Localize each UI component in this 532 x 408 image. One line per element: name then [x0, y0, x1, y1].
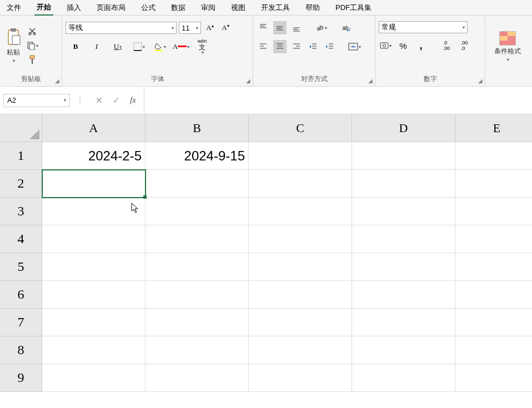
- font-size-select[interactable]: 11 ▾: [179, 22, 201, 34]
- cell-e6[interactable]: [455, 281, 532, 309]
- cell-d3[interactable]: [352, 198, 455, 225]
- align-center-button[interactable]: [273, 40, 287, 53]
- align-left-button[interactable]: [257, 40, 270, 53]
- cell-c9[interactable]: [249, 364, 352, 392]
- row-header-4[interactable]: 4: [0, 225, 42, 253]
- menu-data[interactable]: 数据: [169, 1, 188, 15]
- decrease-decimal-button[interactable]: .00.0: [458, 39, 471, 52]
- col-header-d[interactable]: D: [352, 114, 455, 142]
- menu-page-layout[interactable]: 页面布局: [94, 1, 128, 15]
- row-header-8[interactable]: 8: [0, 336, 42, 364]
- cell-b6[interactable]: [145, 281, 249, 309]
- cell-e1[interactable]: [455, 142, 532, 170]
- row-header-7[interactable]: 7: [0, 309, 42, 336]
- percent-format-button[interactable]: %: [397, 39, 410, 52]
- increase-indent-button[interactable]: [323, 40, 337, 53]
- copy-button[interactable]: ▾: [26, 39, 39, 52]
- col-header-c[interactable]: C: [249, 114, 352, 142]
- merge-button[interactable]: ▾: [348, 40, 361, 53]
- cell-b9[interactable]: [145, 364, 249, 392]
- decrease-font-button[interactable]: A▾: [219, 21, 232, 34]
- cell-d2[interactable]: [352, 170, 455, 198]
- formula-input[interactable]: [144, 87, 532, 114]
- cell-d7[interactable]: [352, 309, 455, 336]
- underline-button[interactable]: U▾: [111, 40, 124, 53]
- cell-e8[interactable]: [455, 336, 532, 364]
- cell-a7[interactable]: [42, 309, 145, 336]
- italic-button[interactable]: I: [90, 40, 103, 53]
- wrap-text-button[interactable]: ab: [339, 21, 352, 34]
- cell-c4[interactable]: [249, 225, 352, 253]
- cell-e5[interactable]: [455, 253, 532, 281]
- cell-e4[interactable]: [455, 225, 532, 253]
- cell-d5[interactable]: [352, 253, 455, 281]
- menu-insert[interactable]: 插入: [64, 1, 83, 15]
- row-header-6[interactable]: 6: [0, 281, 42, 309]
- dialog-launcher-icon[interactable]: ◢: [478, 78, 483, 84]
- formula-enter-button[interactable]: ✓: [113, 95, 120, 105]
- cell-b5[interactable]: [145, 253, 249, 281]
- cell-a4[interactable]: [42, 225, 145, 253]
- cell-c7[interactable]: [249, 309, 352, 336]
- decrease-indent-button[interactable]: [307, 40, 320, 53]
- align-top-button[interactable]: [257, 21, 270, 34]
- menu-home[interactable]: 开始: [34, 0, 53, 16]
- cell-e9[interactable]: [455, 364, 532, 392]
- cell-a1[interactable]: 2024-2-5: [42, 142, 145, 170]
- col-header-a[interactable]: A: [42, 114, 145, 142]
- number-format-select[interactable]: 常规 ▾: [379, 21, 468, 33]
- cell-c2[interactable]: [249, 170, 352, 198]
- cell-d6[interactable]: [352, 281, 455, 309]
- cut-button[interactable]: [26, 24, 39, 38]
- dialog-launcher-icon[interactable]: ◢: [246, 78, 250, 84]
- cell-b1[interactable]: 2024-9-15: [145, 142, 249, 170]
- menu-developer[interactable]: 开发工具: [259, 1, 292, 15]
- menu-view[interactable]: 视图: [229, 1, 248, 15]
- formula-cancel-button[interactable]: ✕: [96, 95, 103, 105]
- cell-a9[interactable]: [42, 364, 145, 392]
- cell-a8[interactable]: [42, 336, 145, 364]
- menu-formulas[interactable]: 公式: [139, 1, 158, 15]
- conditional-format-button[interactable]: 条件格式 ▾: [492, 29, 523, 64]
- increase-font-button[interactable]: A▴: [203, 21, 217, 34]
- cell-c3[interactable]: [249, 198, 352, 225]
- col-header-b[interactable]: B: [145, 114, 249, 142]
- insert-function-button[interactable]: fx: [130, 95, 136, 105]
- cell-b8[interactable]: [145, 336, 249, 364]
- row-header-5[interactable]: 5: [0, 253, 42, 281]
- menu-file[interactable]: 文件: [4, 1, 23, 15]
- format-painter-button[interactable]: [26, 53, 39, 67]
- row-header-3[interactable]: 3: [0, 198, 42, 225]
- menu-help[interactable]: 帮助: [303, 1, 322, 15]
- align-bottom-button[interactable]: [290, 21, 303, 34]
- phonetic-button[interactable]: wén文▾: [195, 40, 209, 53]
- select-all-corner[interactable]: [0, 114, 42, 142]
- row-header-9[interactable]: 9: [0, 364, 42, 392]
- row-header-2[interactable]: 2: [0, 170, 42, 198]
- cell-b3[interactable]: [145, 198, 249, 225]
- comma-format-button[interactable]: ,: [414, 39, 428, 52]
- cell-a5[interactable]: [42, 253, 145, 281]
- cell-a6[interactable]: [42, 281, 145, 309]
- orientation-button[interactable]: ab▾: [314, 21, 328, 34]
- cell-d1[interactable]: [352, 142, 455, 170]
- cell-b7[interactable]: [145, 309, 249, 336]
- cell-c1[interactable]: [249, 142, 352, 170]
- fill-color-button[interactable]: ▾: [153, 40, 167, 53]
- cell-b4[interactable]: [145, 225, 249, 253]
- bold-button[interactable]: B: [69, 40, 82, 53]
- cell-d9[interactable]: [352, 364, 455, 392]
- accounting-format-button[interactable]: ▾: [379, 39, 392, 52]
- font-name-select[interactable]: 等线 ▾: [66, 22, 177, 34]
- cell-c8[interactable]: [249, 336, 352, 364]
- col-header-e[interactable]: E: [455, 114, 532, 142]
- align-right-button[interactable]: [290, 40, 303, 53]
- increase-decimal-button[interactable]: .0.00: [440, 39, 453, 52]
- cell-b2[interactable]: [145, 170, 249, 198]
- cell-a3[interactable]: [42, 198, 145, 225]
- cell-d8[interactable]: [352, 336, 455, 364]
- cell-e3[interactable]: [455, 198, 532, 225]
- cell-d4[interactable]: [352, 225, 455, 253]
- cell-c6[interactable]: [249, 281, 352, 309]
- align-middle-button[interactable]: [273, 21, 287, 34]
